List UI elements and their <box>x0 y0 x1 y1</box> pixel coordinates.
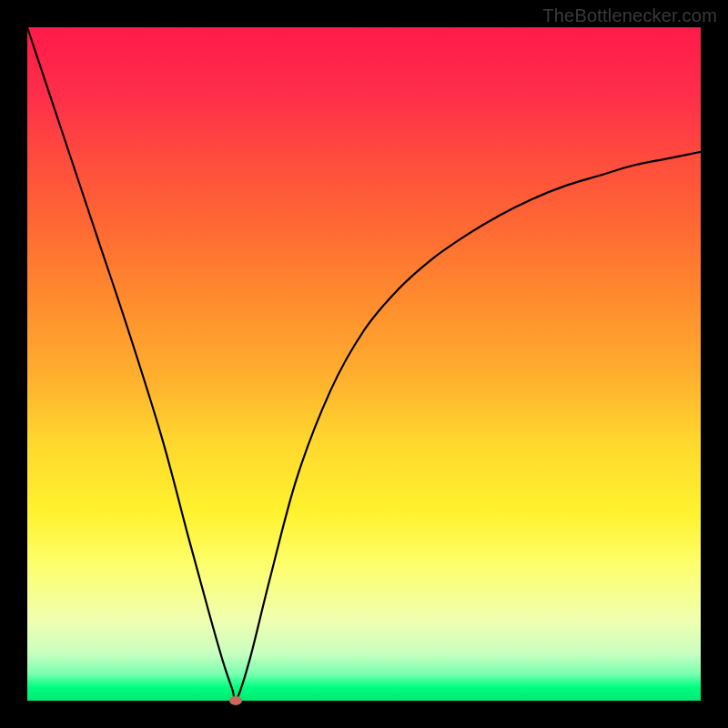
watermark-text: TheBottlenecker.com <box>542 5 717 26</box>
plot-area <box>27 27 701 701</box>
bottleneck-curve <box>27 27 701 701</box>
minimum-marker-dot <box>229 696 242 705</box>
chart-container: TheBottlenecker.com <box>0 0 728 728</box>
